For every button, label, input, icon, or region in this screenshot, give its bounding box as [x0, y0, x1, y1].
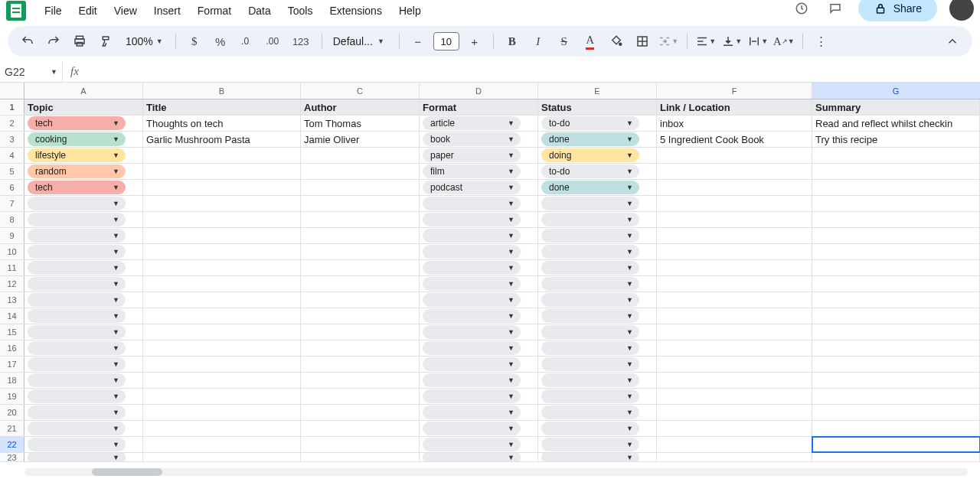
dropdown-chip[interactable]: ▼ — [423, 277, 521, 291]
menu-help[interactable]: Help — [391, 2, 429, 20]
cell[interactable]: ▼ — [24, 373, 143, 388]
dropdown-chip[interactable]: ▼ — [28, 422, 126, 435]
dropdown-chip[interactable]: ▼ — [541, 389, 639, 403]
row-header[interactable]: 6 — [0, 180, 24, 195]
dropdown-chip[interactable]: ▼ — [423, 245, 521, 259]
merge-button[interactable]: ▼ — [658, 31, 679, 52]
cell[interactable]: done▼ — [538, 180, 657, 195]
cell[interactable]: ▼ — [420, 405, 538, 420]
cell[interactable] — [143, 324, 301, 340]
undo-button[interactable] — [17, 31, 38, 52]
cell[interactable]: ▼ — [24, 453, 143, 461]
cell[interactable]: ▼ — [420, 357, 538, 372]
dropdown-chip[interactable]: ▼ — [423, 341, 521, 355]
cell[interactable]: inbox — [657, 116, 812, 131]
row-header[interactable]: 4 — [0, 148, 24, 163]
cell[interactable]: ▼ — [538, 437, 657, 452]
cell[interactable] — [143, 260, 301, 275]
cell[interactable]: ▼ — [538, 228, 657, 243]
dropdown-chip[interactable]: ▼ — [423, 325, 521, 339]
dropdown-chip[interactable]: doing▼ — [541, 148, 639, 162]
dropdown-chip[interactable]: ▼ — [541, 197, 639, 210]
row-header[interactable]: 18 — [0, 373, 24, 388]
cell[interactable]: ▼ — [420, 373, 538, 388]
cell[interactable] — [143, 148, 301, 163]
cell[interactable]: ▼ — [420, 228, 538, 243]
cell[interactable]: Summary — [812, 99, 980, 115]
cell[interactable] — [143, 373, 301, 388]
font-dropdown[interactable]: Defaul...▼ — [330, 35, 391, 47]
cell[interactable]: ▼ — [538, 244, 657, 259]
dropdown-chip[interactable]: ▼ — [28, 213, 126, 226]
fill-color-button[interactable] — [606, 31, 627, 52]
dropdown-chip[interactable]: ▼ — [423, 373, 521, 387]
col-header-B[interactable]: B — [143, 83, 301, 99]
cell[interactable] — [301, 357, 420, 372]
cell[interactable] — [143, 164, 301, 179]
cell[interactable]: ▼ — [420, 292, 538, 308]
cell[interactable]: cooking▼ — [24, 132, 143, 147]
cell[interactable]: Link / Location — [657, 99, 812, 115]
decrease-font-button[interactable]: − — [407, 31, 429, 52]
row-header[interactable]: 16 — [0, 340, 24, 356]
cell[interactable]: book▼ — [420, 132, 538, 147]
select-all-corner[interactable] — [0, 83, 24, 99]
cell[interactable] — [143, 437, 301, 452]
cell[interactable]: Garlic Mushroom Pasta — [143, 132, 301, 147]
cell[interactable] — [301, 244, 420, 259]
cell[interactable]: to-do▼ — [538, 116, 657, 131]
cell[interactable] — [657, 228, 812, 243]
cell[interactable] — [301, 196, 420, 211]
cell[interactable]: ▼ — [420, 324, 538, 340]
cell[interactable]: ▼ — [538, 292, 657, 308]
dropdown-chip[interactable]: done▼ — [541, 132, 639, 146]
cell[interactable] — [657, 421, 812, 436]
cell[interactable] — [657, 276, 812, 291]
dropdown-chip[interactable]: ▼ — [423, 438, 521, 451]
cell[interactable]: ▼ — [420, 260, 538, 275]
cell[interactable] — [301, 164, 420, 179]
dropdown-chip[interactable]: ▼ — [541, 309, 639, 323]
cell[interactable]: ▼ — [420, 244, 538, 259]
dropdown-chip[interactable]: to-do▼ — [541, 116, 639, 130]
cell[interactable] — [657, 164, 812, 179]
cell[interactable]: ▼ — [420, 212, 538, 227]
cell[interactable] — [143, 405, 301, 420]
cell[interactable]: ▼ — [24, 276, 143, 291]
cell[interactable] — [812, 453, 980, 461]
cell[interactable]: ▼ — [420, 276, 538, 291]
cell[interactable] — [657, 292, 812, 308]
menu-data[interactable]: Data — [240, 2, 279, 20]
cell[interactable] — [657, 357, 812, 372]
cell[interactable] — [812, 389, 980, 404]
cell[interactable]: ▼ — [538, 389, 657, 404]
cell[interactable] — [657, 212, 812, 227]
dropdown-chip[interactable]: ▼ — [28, 325, 126, 339]
cell[interactable]: tech▼ — [24, 180, 143, 195]
history-icon[interactable] — [791, 0, 812, 19]
cell[interactable] — [143, 196, 301, 211]
bold-button[interactable]: B — [501, 31, 523, 52]
dropdown-chip[interactable]: ▼ — [423, 309, 521, 323]
cell[interactable] — [143, 389, 301, 404]
print-button[interactable] — [69, 31, 90, 52]
cell[interactable]: ▼ — [24, 389, 143, 404]
dropdown-chip[interactable]: ▼ — [423, 357, 521, 371]
dropdown-chip[interactable]: ▼ — [541, 325, 639, 339]
avatar[interactable] — [949, 0, 974, 21]
increase-decimal-button[interactable]: .00 — [262, 31, 283, 52]
cell[interactable]: ▼ — [24, 308, 143, 324]
row-header[interactable]: 2 — [0, 116, 24, 131]
dropdown-chip[interactable]: ▼ — [541, 261, 639, 275]
decrease-decimal-button[interactable]: .0 — [236, 31, 257, 52]
dropdown-chip[interactable]: ▼ — [423, 389, 521, 403]
cell[interactable]: ▼ — [538, 276, 657, 291]
dropdown-chip[interactable]: article▼ — [423, 116, 521, 130]
cell[interactable]: Try this recipe — [812, 132, 980, 147]
cell[interactable] — [657, 453, 812, 461]
row-header[interactable]: 13 — [0, 292, 24, 308]
dropdown-chip[interactable]: tech▼ — [28, 116, 126, 130]
dropdown-chip[interactable]: ▼ — [423, 293, 521, 307]
dropdown-chip[interactable]: ▼ — [28, 438, 126, 451]
dropdown-chip[interactable]: ▼ — [423, 213, 521, 226]
